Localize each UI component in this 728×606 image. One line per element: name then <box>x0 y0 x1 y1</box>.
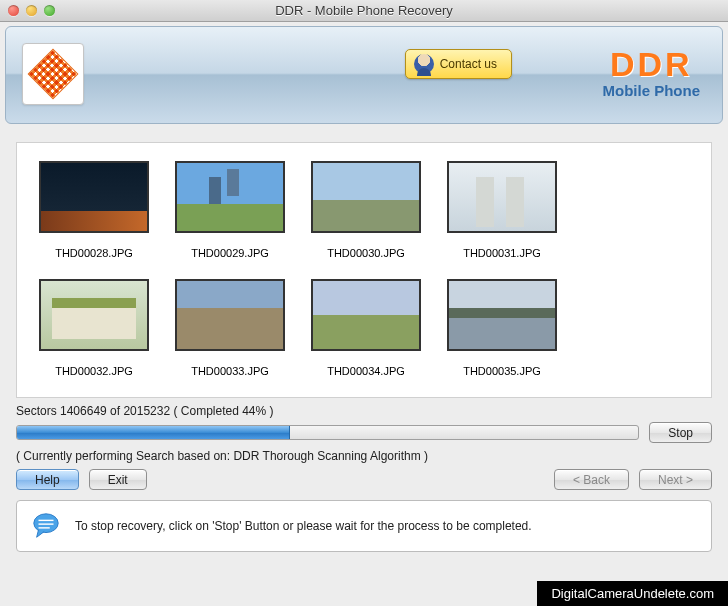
help-button[interactable]: Help <box>16 469 79 490</box>
thumbnail-image <box>175 279 285 351</box>
exit-button[interactable]: Exit <box>89 469 147 490</box>
thumbnail-filename: THD00034.JPG <box>307 365 425 377</box>
thumbnail-filename: THD00033.JPG <box>171 365 289 377</box>
thumbnail-item[interactable]: THD00035.JPG <box>443 279 561 389</box>
speech-bubble-icon <box>31 511 61 541</box>
algorithm-label: ( Currently performing Search based on: … <box>16 449 712 463</box>
person-icon <box>414 54 434 74</box>
brand-subtitle: Mobile Phone <box>603 82 701 99</box>
thumbnail-item[interactable]: THD00037.JPG <box>171 397 289 398</box>
thumbnail-filename: THD00029.JPG <box>171 247 289 259</box>
contact-label: Contact us <box>440 57 497 71</box>
thumbnail-image <box>447 161 557 233</box>
thumbnail-item[interactable]: THD00031.JPG <box>443 161 561 271</box>
thumbnail-image <box>175 161 285 233</box>
thumbnail-image <box>39 279 149 351</box>
thumbnail-image <box>311 161 421 233</box>
thumbnail-filename: THD00028.JPG <box>35 247 153 259</box>
back-button[interactable]: < Back <box>554 469 629 490</box>
thumbnail-item[interactable]: THD00028.JPG <box>35 161 153 271</box>
info-box: To stop recovery, click on 'Stop' Button… <box>16 500 712 552</box>
thumbnail-filename: THD00035.JPG <box>443 365 561 377</box>
window-title: DDR - Mobile Phone Recovery <box>0 3 728 18</box>
sectors-label: Sectors 1406649 of 2015232 ( Completed 4… <box>16 400 712 422</box>
footer-watermark: DigitalCameraUndelete.com <box>537 581 728 606</box>
thumbnail-panel: THD00028.JPGTHD00029.JPGTHD00030.JPGTHD0… <box>16 142 712 398</box>
brand: DDR Mobile Phone <box>603 45 701 99</box>
brand-name: DDR <box>603 45 701 84</box>
titlebar: DDR - Mobile Phone Recovery <box>0 0 728 22</box>
progress-fill <box>17 426 290 439</box>
thumbnail-item[interactable]: THD00036.JPG <box>35 397 153 398</box>
thumbnail-image <box>39 161 149 233</box>
thumbnail-filename: THD00032.JPG <box>35 365 153 377</box>
thumbnail-item[interactable]: THD00033.JPG <box>171 279 289 389</box>
progress-area: Sectors 1406649 of 2015232 ( Completed 4… <box>16 400 712 490</box>
thumbnail-item[interactable]: THD00029.JPG <box>171 161 289 271</box>
thumbnail-image <box>311 279 421 351</box>
header-banner: Contact us DDR Mobile Phone <box>5 26 723 124</box>
next-button[interactable]: Next > <box>639 469 712 490</box>
thumbnail-item[interactable]: THD00030.JPG <box>307 161 425 271</box>
thumbnail-image <box>447 279 557 351</box>
stop-button[interactable]: Stop <box>649 422 712 443</box>
thumbnail-grid: THD00028.JPGTHD00029.JPGTHD00030.JPGTHD0… <box>35 161 693 398</box>
thumbnail-filename: THD00031.JPG <box>443 247 561 259</box>
progress-bar <box>16 425 639 440</box>
info-text: To stop recovery, click on 'Stop' Button… <box>75 519 532 533</box>
contact-us-button[interactable]: Contact us <box>405 49 512 79</box>
thumbnail-image <box>175 397 285 398</box>
thumbnail-filename: THD00030.JPG <box>307 247 425 259</box>
thumbnail-image <box>39 397 149 398</box>
svg-point-0 <box>34 514 58 533</box>
thumbnail-item[interactable]: THD00034.JPG <box>307 279 425 389</box>
thumbnail-item[interactable]: THD00032.JPG <box>35 279 153 389</box>
app-logo <box>22 43 84 105</box>
